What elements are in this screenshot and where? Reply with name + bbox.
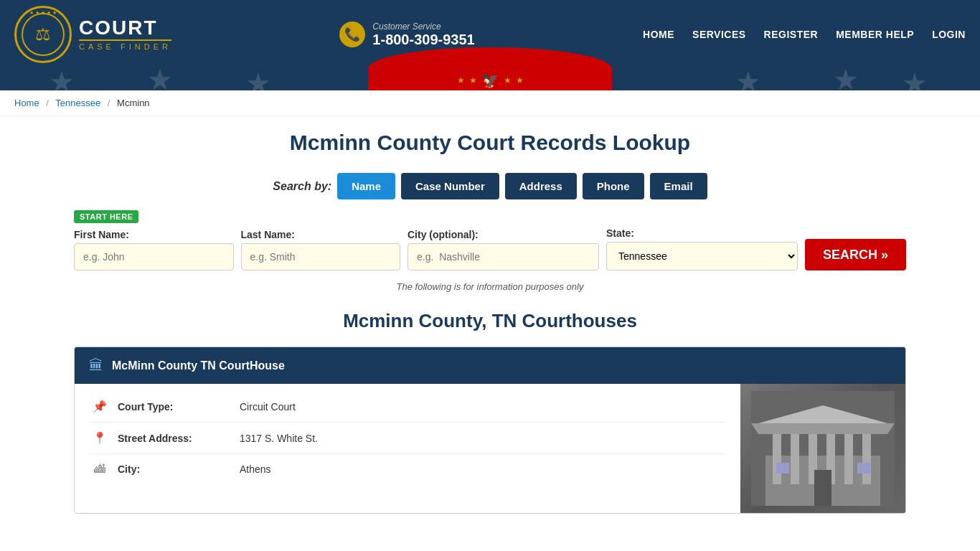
page-title: Mcminn County Court Records Lookup [74, 131, 906, 155]
court-type-label: Court Type: [118, 401, 232, 413]
search-button[interactable]: SEARCH » [805, 239, 906, 270]
state-group: State: Tennessee Alabama Georgia Kentuck… [606, 227, 798, 270]
state-select[interactable]: Tennessee Alabama Georgia Kentucky Missi… [606, 242, 798, 270]
state-label: State: [606, 227, 798, 239]
logo-stars-top: ★ ★ ★ ★ ★ [29, 10, 57, 16]
nav-register[interactable]: REGISTER [764, 29, 819, 40]
city-label: City (optional): [407, 229, 599, 240]
city-icon: 🏙 [89, 463, 110, 476]
nav-login[interactable]: LOGIN [932, 29, 966, 40]
nav-member-help[interactable]: MEMBER HELP [836, 29, 914, 40]
bg-star-4: ★ [735, 69, 761, 90]
logo-case-finder-text: CASE FINDER [79, 42, 171, 51]
tab-email[interactable]: Email [650, 173, 707, 199]
info-note: The following is for information purpose… [74, 281, 906, 292]
logo-court-text: COURT [79, 18, 171, 38]
breadcrumb-sep-1: / [46, 98, 49, 108]
bg-star-2: ★ [147, 69, 173, 90]
courthouses-title: Mcminn County, TN Courthouses [74, 310, 906, 332]
bg-star-6: ★ [902, 69, 928, 90]
courthouse-body: 📌 Court Type: Circuit Court 📍 Street Add… [75, 384, 905, 513]
search-by-row: Search by: Name Case Number Address Phon… [74, 173, 906, 199]
logo-star-2: ★ [35, 10, 39, 16]
star-right-2: ★ [516, 75, 524, 85]
courthouse-image [740, 384, 905, 513]
city-value: Athens [240, 463, 271, 475]
tab-phone[interactable]: Phone [583, 173, 644, 199]
nav-home[interactable]: HOME [643, 29, 674, 40]
city-label: City: [118, 463, 232, 475]
breadcrumb-tennessee[interactable]: Tennessee [55, 98, 100, 108]
logo-star-4: ★ [47, 10, 51, 16]
courthouse-header: 🏛 McMinn County TN CourtHouse [75, 347, 905, 384]
first-name-label: First Name: [74, 229, 234, 240]
bg-star-3: ★ [245, 69, 271, 90]
stars-banner: ★ ★ ★ ★ ★ ★ ★ ★ 🦅 ★ ★ [0, 69, 980, 90]
courthouse-card: 🏛 McMinn County TN CourtHouse 📌 Court Ty… [74, 347, 906, 514]
city-input[interactable] [407, 243, 599, 270]
street-value: 1317 S. White St. [240, 433, 318, 444]
logo-text-area: COURT CASE FINDER [79, 18, 171, 51]
main-content: Mcminn County Court Records Lookup Searc… [60, 116, 920, 542]
svg-rect-3 [791, 434, 799, 484]
tab-case-number[interactable]: Case Number [401, 173, 499, 199]
street-label: Street Address: [118, 433, 232, 444]
street-row: 📍 Street Address: 1317 S. White St. [89, 423, 726, 454]
star-right-1: ★ [504, 75, 512, 85]
courthouse-name-link[interactable]: McMinn County TN CourtHouse [112, 359, 285, 372]
svg-rect-7 [862, 434, 871, 484]
tab-address[interactable]: Address [505, 173, 577, 199]
last-name-group: Last Name: [241, 229, 401, 270]
courthouse-details: 📌 Court Type: Circuit Court 📍 Street Add… [75, 384, 740, 513]
header: ⚖ ★ ★ ★ ★ ★ COURT CASE FINDER 📞 Custome [0, 0, 980, 90]
courthouse-img-placeholder [740, 384, 905, 513]
first-name-group: First Name: [74, 229, 234, 270]
phone-icon: 📞 [339, 22, 365, 47]
svg-rect-10 [814, 470, 831, 506]
svg-marker-8 [751, 423, 895, 434]
logo-inner-circle: ⚖ [22, 13, 65, 56]
customer-service-label: Customer Service [372, 22, 474, 32]
court-type-icon: 📌 [89, 400, 110, 413]
first-name-input[interactable] [74, 243, 234, 270]
breadcrumb: Home / Tennessee / Mcminn [0, 90, 980, 116]
phone-text-area: Customer Service 1-800-309-9351 [372, 22, 474, 48]
eagle-icon: 🦅 [481, 72, 499, 89]
bg-star-5: ★ [833, 69, 859, 90]
svg-rect-2 [773, 434, 781, 484]
bg-star-1: ★ [49, 69, 75, 90]
courthouse-building-icon: 🏛 [89, 357, 103, 374]
svg-rect-11 [776, 463, 789, 474]
logo-star-3: ★ [41, 10, 45, 16]
breadcrumb-mcminn: Mcminn [117, 98, 150, 108]
logo-star-1: ★ [29, 10, 34, 16]
last-name-input[interactable] [241, 243, 401, 270]
phone-number: 1-800-309-9351 [372, 32, 474, 48]
star-left-2: ★ [469, 75, 477, 85]
court-type-row: 📌 Court Type: Circuit Court [89, 391, 726, 423]
main-nav: HOME SERVICES REGISTER MEMBER HELP LOGIN [643, 29, 966, 40]
search-by-label: Search by: [273, 180, 331, 193]
breadcrumb-sep-2: / [108, 98, 110, 108]
court-type-value: Circuit Court [240, 401, 296, 413]
street-icon: 📍 [89, 431, 110, 445]
eagle-area: ★ ★ 🦅 ★ ★ [457, 72, 524, 89]
svg-rect-6 [844, 434, 853, 484]
nav-services[interactable]: SERVICES [692, 29, 746, 40]
phone-area: 📞 Customer Service 1-800-309-9351 [339, 22, 474, 48]
breadcrumb-home[interactable]: Home [14, 98, 39, 108]
eagle-stars-row: ★ ★ 🦅 ★ ★ [457, 72, 524, 89]
search-form: First Name: Last Name: City (optional): … [74, 227, 906, 270]
courthouse-svg [751, 391, 895, 506]
logo-divider [79, 39, 171, 41]
scales-icon: ⚖ [35, 24, 51, 44]
search-form-container: START HERE First Name: Last Name: City (… [74, 210, 906, 270]
logo-badge: ⚖ ★ ★ ★ ★ ★ [14, 6, 72, 63]
city-row: 🏙 City: Athens [89, 454, 726, 484]
logo-area: ⚖ ★ ★ ★ ★ ★ COURT CASE FINDER [14, 6, 171, 63]
city-group: City (optional): [407, 229, 599, 270]
tab-name[interactable]: Name [337, 173, 395, 199]
start-here-badge: START HERE [74, 210, 138, 223]
star-left-1: ★ [457, 75, 465, 85]
svg-rect-12 [857, 463, 870, 474]
